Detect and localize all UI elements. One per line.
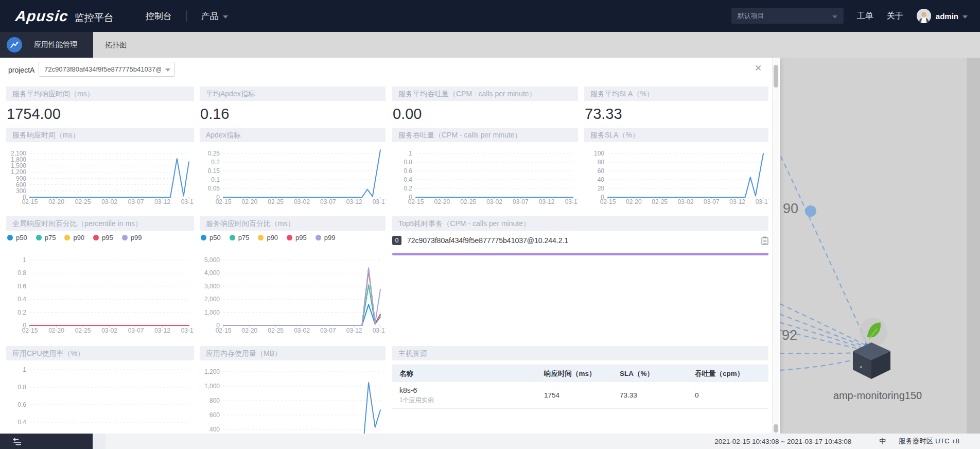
svg-text:02-15: 02-15 [216,198,232,205]
main-menu: 控制台 产品 [146,10,228,22]
card-title-avg-apdex: 平均Apdex指标 [200,87,386,101]
card-title-avg-sla: 服务平均SLA（%） [584,87,768,101]
svg-text:02-20: 02-20 [241,327,257,334]
project-name-label: projectA [8,66,34,74]
scrollbar-thumb[interactable] [774,65,778,88]
username: admin [936,12,958,21]
instance-select[interactable]: 72c9073f80af434f9f5e877775b41037@10.244.… [39,62,175,77]
legend-item-p75[interactable]: p75 [36,234,56,241]
collapse-panel-icon [12,438,23,445]
svg-text:03-12: 03-12 [154,198,170,205]
legend-dot-p95 [93,235,99,240]
legend-item-p99[interactable]: p99 [316,234,336,241]
scrollbar-bottom-piece[interactable] [774,424,778,433]
server-timezone: 服务器时区 UTC +8 [899,437,959,446]
svg-text:3,000: 3,000 [204,283,220,290]
top5-progress-bar [392,253,768,255]
topology-node-dot[interactable] [805,205,816,217]
host-sla: 73.33 [620,391,695,399]
footer-status: 2021-02-15 10:43:08 ~ 2021-03-17 10:43:0… [714,434,959,449]
nav-products[interactable]: 产品 [201,10,228,22]
svg-text:03-12: 03-12 [539,198,555,205]
svg-text:03-12: 03-12 [729,198,745,205]
svg-text:02-15: 02-15 [22,327,38,334]
legend-dot-p99 [316,235,321,240]
svg-text:03-07: 03-07 [128,198,144,205]
svg-text:0.8: 0.8 [18,384,26,391]
default-project-select[interactable]: 默认项目 [731,8,844,24]
navbar-right: 默认项目 工单 关于 admin [731,0,968,32]
svg-text:03-07: 03-07 [513,198,529,205]
nav-console[interactable]: 控制台 [146,10,172,22]
avatar[interactable] [917,9,931,23]
chart-service-percentile: 5,0004,0003,0002,0001,000002-1502-2002-2… [200,251,386,341]
svg-text:02-20: 02-20 [48,327,64,334]
chevron-down-icon [165,68,170,72]
tab-apm-label: 应用性能管理 [34,40,77,49]
clipboard-icon[interactable] [761,236,768,245]
svg-text:0.05: 0.05 [208,185,220,192]
svg-text:0.2: 0.2 [404,185,412,192]
tab-separator [28,39,28,51]
tab-apm[interactable]: 应用性能管理 [0,32,93,58]
svg-text:2,000: 2,000 [204,296,220,303]
app-logo[interactable]: Apusic 监控平台 [15,8,114,25]
svg-text:0.2: 0.2 [211,159,220,166]
top5-item[interactable]: 0 72c9073f80af434f9f5e877775b41037@10.24… [392,236,768,245]
topology-node-cube[interactable] [853,342,890,379]
footer-gap [93,434,106,449]
chart-title-sla: 服务SLA（%） [584,128,768,142]
legend-item-p90[interactable]: p90 [258,234,278,241]
svg-text:0.8: 0.8 [18,269,26,277]
language-toggle[interactable]: 中 [879,437,886,446]
svg-text:03-07: 03-07 [704,198,720,205]
chevron-down-icon [832,15,837,19]
user-menu[interactable]: admin [936,12,968,21]
nav-console-label: 控制台 [146,10,172,22]
legend-item-p50[interactable]: p50 [201,234,221,241]
time-range-picker[interactable]: 2021-02-15 10:43:08 ~ 2021-03-17 10:43:0… [714,438,851,445]
svg-text:400: 400 [209,426,220,433]
legend-item-p95[interactable]: p95 [287,234,307,241]
tab-bar: 应用性能管理 拓扑图 [0,32,980,58]
legend-item-p99[interactable]: p99 [122,234,142,241]
svg-text:1,000: 1,000 [204,383,220,390]
chevron-down-icon [962,15,968,19]
legend-item-p50[interactable]: p50 [7,234,27,241]
panel-scrollbar [772,58,779,434]
host-throughput: 0 [695,391,768,399]
host-resources-table: 名称 响应时间（ms） SLA（%） 吞吐量（cpm） k8s-6 1个应用实例… [392,365,768,409]
legend-dot-p95 [287,235,292,240]
close-panel-button[interactable]: ✕ [755,64,762,73]
footer-bar: 2021-02-15 10:43:08 ~ 2021-03-17 10:43:0… [0,434,980,449]
tab-topology[interactable]: 拓扑图 [105,32,127,58]
collapse-sidebar-button[interactable] [0,434,93,449]
nav-work-orders[interactable]: 工单 [857,11,873,22]
svg-text:02-25: 02-25 [75,198,91,205]
svg-text:1: 1 [23,366,26,373]
topology-right-strip [967,58,980,434]
chart-apdex: 0.250.20.150.10.05002-1502-2002-2503-020… [200,145,386,211]
legend-item-p75[interactable]: p75 [230,234,250,241]
legend-dot-p75 [36,235,42,240]
host-instances: 1个应用实例 [399,396,544,405]
col-throughput: 吞吐量（cpm） [695,369,768,378]
svg-text:02-20: 02-20 [434,198,450,205]
legend-dot-p99 [122,235,128,240]
host-resources-title: 主机资源 [392,346,768,360]
legend-dot-p50 [201,235,206,240]
legend-item-p90[interactable]: p90 [64,234,84,241]
host-name: k8s-6 [399,386,544,394]
host-response-time: 1754 [544,391,620,399]
table-row[interactable]: k8s-6 1个应用实例 1754 73.33 0 [392,382,768,409]
legend-item-p95[interactable]: p95 [93,234,113,241]
chart-sla: 10080604020002-1502-2002-2503-0203-0703-… [584,145,768,211]
svg-text:03-02: 03-02 [101,198,117,205]
top5-title: Top5耗时事务（CPM - calls per minute） [392,216,768,231]
svg-text:0.25: 0.25 [208,150,220,157]
svg-text:02-20: 02-20 [48,198,64,205]
top-navbar: Apusic 监控平台 控制台 产品 默认项目 工单 关于 [0,0,980,32]
chart-cpu-usage: 10.80.60.40.2002-1502-2002-2503-0203-070… [6,362,194,434]
svg-text:02-15: 02-15 [408,198,424,205]
nav-about[interactable]: 关于 [887,11,903,22]
